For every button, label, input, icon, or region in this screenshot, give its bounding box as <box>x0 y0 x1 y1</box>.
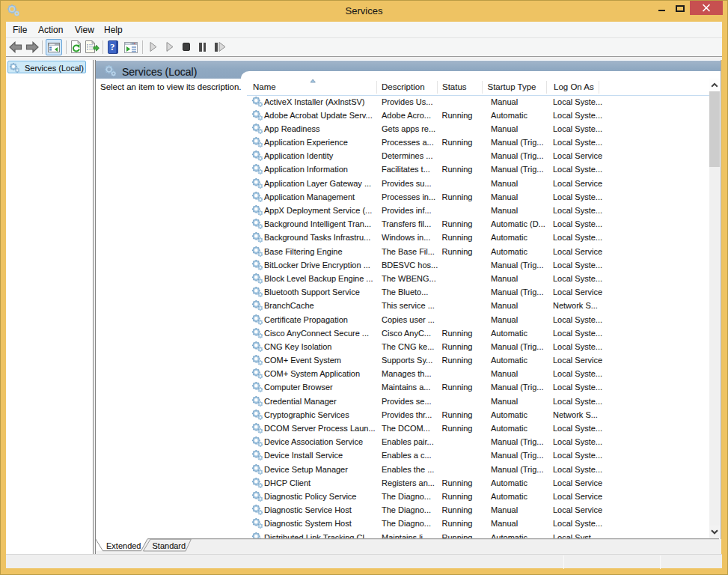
svg-text:?: ? <box>110 41 115 52</box>
